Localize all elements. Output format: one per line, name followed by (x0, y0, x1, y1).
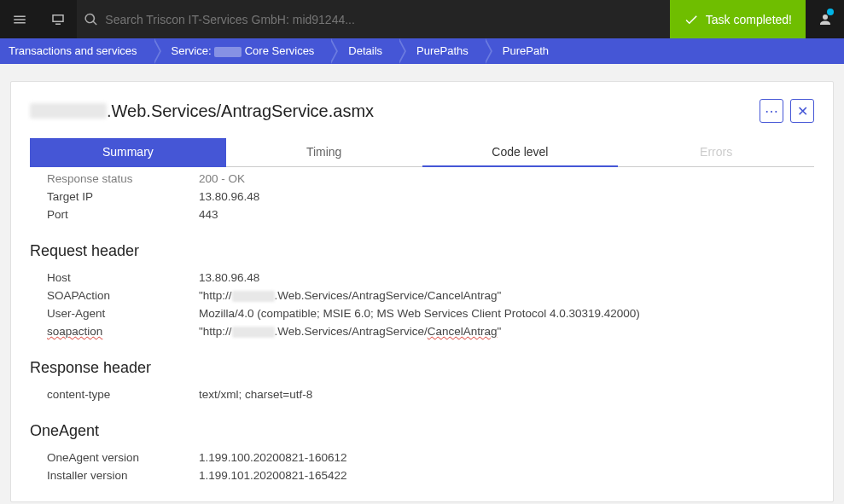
section-oneagent: OneAgent (30, 422, 814, 440)
kv-value: 443 (199, 208, 218, 221)
tab-bar: Summary Timing Code level Errors (30, 138, 814, 168)
kv-row: content-typetext/xml; charset=utf-8 (30, 385, 814, 403)
more-actions-button[interactable]: ⋯ (760, 99, 783, 123)
kv-row: SOAPAction"http://.Web.Services/AntragSe… (30, 287, 814, 304)
tab-summary[interactable]: Summary (30, 138, 226, 167)
menu-button[interactable] (0, 0, 38, 38)
kv-row: Response status200 - OK (30, 170, 814, 188)
kv-value: 13.80.96.48 (199, 271, 259, 284)
search-input[interactable] (105, 13, 663, 26)
kv-key: User-Agent (47, 307, 199, 320)
crumb-service[interactable]: Service: Core Services (153, 38, 330, 64)
kv-value: text/xml; charset=utf-8 (199, 388, 312, 401)
kv-row: OneAgent version1.199.100.20200821-16061… (30, 449, 814, 466)
kv-key: soapaction (47, 325, 199, 338)
close-button[interactable]: ✕ (790, 99, 814, 123)
kv-row: Host13.80.96.48 (30, 269, 814, 287)
kv-key: content-type (47, 388, 199, 401)
kv-key: Response status (47, 172, 199, 185)
tab-errors[interactable]: Errors (618, 138, 814, 167)
kv-row: User-AgentMozilla/4.0 (compatible; MSIE … (30, 304, 814, 322)
task-completed-button[interactable]: Task completed! (670, 0, 806, 38)
page-content: .Web.Services/AntragService.asmx ⋯ ✕ Sum… (0, 64, 844, 502)
tab-codelevel[interactable]: Code level (422, 138, 619, 167)
top-bar: Task completed! (0, 0, 844, 38)
kv-value: 1.199.100.20200821-160612 (199, 451, 346, 464)
task-completed-label: Task completed! (706, 13, 792, 26)
redacted-text (232, 291, 275, 302)
page-title: .Web.Services/AntragService.asmx (30, 101, 753, 121)
crumb-purepath[interactable]: PurePath (484, 38, 564, 64)
crumb-purepaths[interactable]: PurePaths (398, 38, 484, 64)
crumb-details[interactable]: Details (329, 38, 398, 64)
redacted-text (30, 103, 107, 119)
redacted-text (232, 327, 275, 338)
search-icon (84, 12, 98, 27)
card-header: .Web.Services/AntragService.asmx ⋯ ✕ (30, 99, 814, 123)
detail-card: .Web.Services/AntragService.asmx ⋯ ✕ Sum… (10, 81, 834, 502)
kv-key: Target IP (47, 190, 199, 203)
kv-value: Mozilla/4.0 (compatible; MSIE 6.0; MS We… (199, 307, 640, 320)
dashboard-button[interactable] (38, 0, 77, 38)
kv-key: SOAPAction (47, 289, 199, 302)
crumb-transactions[interactable]: Transactions and services (0, 38, 153, 64)
section-request-header: Request header (30, 242, 814, 260)
user-menu-button[interactable] (806, 0, 844, 38)
dots-icon: ⋯ (765, 103, 778, 119)
notification-dot-icon (827, 9, 834, 15)
kv-row: Target IP13.80.96.48 (30, 188, 814, 206)
redacted-text (214, 47, 242, 57)
search-container (77, 0, 670, 38)
check-icon (684, 12, 699, 27)
hamburger-icon (12, 12, 27, 27)
kv-key: Port (47, 208, 199, 221)
tab-timing[interactable]: Timing (226, 138, 422, 167)
kv-value: 1.199.101.20200821-165422 (199, 469, 346, 482)
kv-key: Host (47, 271, 199, 284)
kv-value: 200 - OK (199, 172, 245, 185)
kv-row: Installer version1.199.101.20200821-1654… (30, 466, 814, 484)
kv-key: OneAgent version (47, 451, 199, 464)
close-icon: ✕ (797, 103, 808, 119)
monitor-icon (50, 12, 66, 27)
kv-key: Installer version (47, 469, 199, 482)
kv-value: "http://.Web.Services/AntragService/Canc… (199, 325, 501, 338)
kv-value: 13.80.96.48 (199, 190, 259, 203)
kv-row: Port443 (30, 206, 814, 223)
breadcrumb: Transactions and services Service: Core … (0, 38, 844, 64)
kv-row: soapaction"http://.Web.Services/AntragSe… (30, 322, 814, 340)
detail-body: Response status200 - OK Target IP13.80.9… (30, 170, 814, 484)
kv-value: "http://.Web.Services/AntragService/Canc… (199, 289, 501, 302)
section-response-header: Response header (30, 359, 814, 377)
